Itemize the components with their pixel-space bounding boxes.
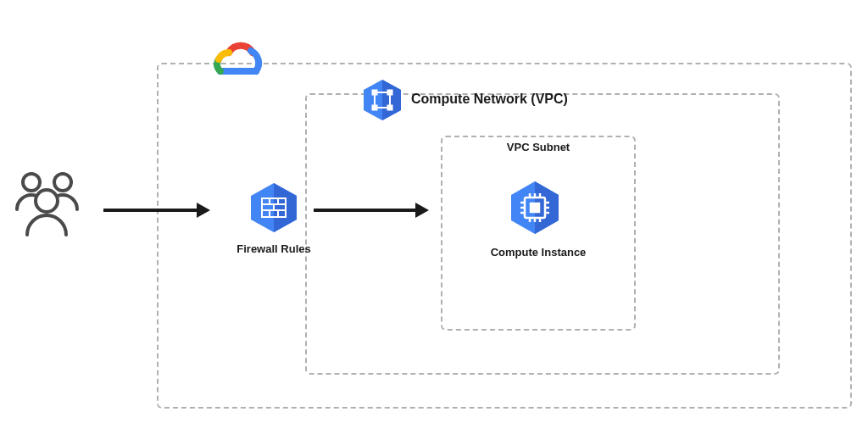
subnet-label: VPC Subnet [441,141,636,153]
svg-rect-19 [372,90,377,95]
svg-point-0 [23,174,40,191]
vpc-label: Compute Network (VPC) [411,92,598,107]
firewall-hexagon [248,181,300,234]
arrow-firewall-to-compute [312,200,431,220]
svg-marker-18 [382,80,401,120]
svg-rect-21 [372,105,377,110]
compute-hexagon [507,180,563,236]
arrow-users-to-firewall [102,200,212,220]
users-icon [10,165,86,242]
svg-marker-4 [197,203,210,218]
google-cloud-logo-icon [203,34,271,85]
diagram-canvas: Firewall Rules Compute [0,0,868,434]
vpc-hexagon [360,78,404,122]
svg-point-2 [36,190,58,212]
svg-point-1 [54,174,71,191]
svg-rect-20 [387,90,392,95]
compute-label: Compute Instance [470,246,606,259]
svg-rect-22 [387,105,392,110]
svg-rect-30 [531,203,539,212]
svg-marker-16 [415,203,429,218]
firewall-label: Firewall Rules [222,242,326,255]
